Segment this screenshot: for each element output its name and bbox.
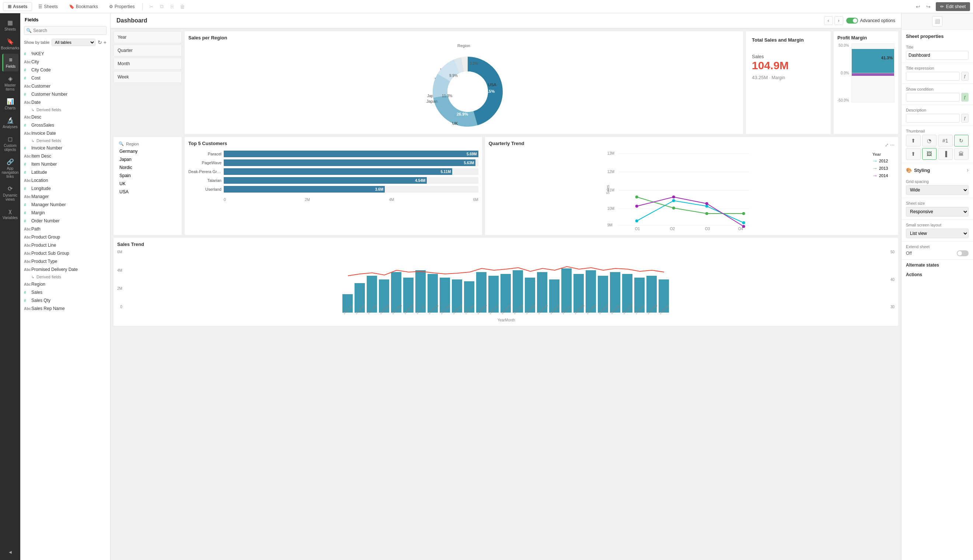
tab-bookmarks[interactable]: 🔖 Bookmarks [64,2,103,11]
sidebar-item-master-items-label: Master items [4,83,17,91]
sidebar-item-sheets[interactable]: ▦ Sheets [2,16,18,34]
next-button[interactable]: › [834,16,843,25]
field-item[interactable]: AbcSales Rep Name [20,305,110,313]
props-description-input[interactable] [906,114,960,123]
cut-button[interactable]: ✂ [147,2,156,11]
thumbnail-hash[interactable]: #1 [938,135,953,147]
field-item[interactable]: AbcInvoice Date [20,129,110,137]
field-item[interactable]: AbcProduct Sub Group [20,249,110,257]
tab-properties[interactable]: ⚙ Properties [104,2,140,11]
field-item[interactable]: #Sales Qty [20,297,110,305]
search-input[interactable] [24,26,107,35]
derived-fields-item[interactable]: ↳Derived fields [20,137,110,144]
region-usa[interactable]: USA [117,188,179,195]
field-item[interactable]: AbcManager [20,193,110,201]
advanced-options-toggle[interactable] [846,18,858,23]
undo-button[interactable]: ↩ [914,2,923,11]
thumbnail-refresh[interactable]: ↻ [954,135,969,147]
edit-sheet-button[interactable]: ✏ Edit sheet [936,2,970,11]
sidebar-collapse-button[interactable]: ◀ [2,547,18,557]
field-item[interactable]: #Longitude [20,185,110,193]
sidebar-item-custom-objects[interactable]: ◻ Custom objects [2,133,18,155]
field-item[interactable]: AbcProduct Group [20,233,110,241]
field-item[interactable]: AbcProduct Line [20,241,110,249]
thumbnail-pie[interactable]: ◔ [922,135,937,147]
delete-button[interactable]: 🗑 [178,2,187,11]
field-item[interactable]: #Item Number [20,160,110,168]
sidebar-item-charts[interactable]: 📊 Charts [2,95,18,113]
tab-sheets[interactable]: ☰ Sheets [33,2,62,11]
field-item[interactable]: #GrossSales [20,121,110,129]
props-sheet-size-select[interactable]: Responsive Fixed [906,207,969,217]
tab-assets[interactable]: ⊞ Assets [3,2,32,11]
prev-button[interactable]: ‹ [824,16,833,25]
props-show-condition-input[interactable] [906,93,960,102]
props-small-screen-select[interactable]: List view Grid view [906,228,969,238]
refresh-icon[interactable]: ↻ [98,39,102,45]
field-item[interactable]: AbcPath [20,225,110,233]
bar-row: PageWave5.63M [188,159,478,166]
filter-quarter[interactable]: Quarter [114,45,182,56]
field-item[interactable]: #Margin [20,209,110,217]
add-icon[interactable]: + [104,39,107,45]
styling-section-header[interactable]: 🎨 Styling › [901,163,973,177]
region-uk[interactable]: UK [117,180,179,187]
thumbnail-export2[interactable]: ⬆ [906,148,921,160]
props-title-expr-input[interactable] [906,72,960,81]
field-item[interactable]: #Invoice Number [20,144,110,152]
sidebar-item-fields[interactable]: ≡ Fields [2,54,18,72]
sidebar-item-dynamic-views[interactable]: ⟳ Dynamic views [2,182,18,204]
region-spain[interactable]: Spain [117,172,179,179]
region-germany[interactable]: Germany [117,148,179,155]
thumbnail-bar[interactable]: ▐ [938,148,953,160]
sidebar-item-app-nav[interactable]: 🔗 App navigation links [2,155,18,182]
field-item[interactable]: AbcDesc [20,113,110,121]
field-item[interactable]: AbcCustomer [20,82,110,90]
field-item[interactable]: AbcLocation [20,177,110,185]
panel-view-icon[interactable]: ⬜ [932,16,943,27]
field-item[interactable]: #Customer Number [20,90,110,98]
props-title-input[interactable] [906,51,969,60]
sidebar-item-analyses[interactable]: 🔬 Analyses [2,114,18,132]
extend-sheet-toggle[interactable] [957,250,969,256]
filter-month[interactable]: Month [114,58,182,70]
field-item[interactable]: #Order Number [20,217,110,225]
field-item[interactable]: AbcDate [20,98,110,107]
props-show-condition-button[interactable]: ƒ [961,93,969,102]
props-title-expr-button[interactable]: ƒ [961,72,969,81]
field-item[interactable]: #Sales [20,288,110,297]
region-japan[interactable]: Japan [117,156,179,163]
thumbnail-image[interactable]: 🖼 [922,148,937,160]
field-item[interactable]: #City Code [20,66,110,74]
more-icon[interactable]: ⋯ [890,142,894,148]
sales-per-region-chart: Sales per Region Region Spain Nordic Jap… [185,31,743,134]
sidebar-item-master-items[interactable]: ◈ Master items [2,72,18,94]
tab-properties-label: Properties [115,4,135,9]
field-item[interactable]: #Manager Number [20,201,110,209]
redo-button[interactable]: ↪ [924,2,933,11]
table-select[interactable]: All tables [52,39,95,46]
props-grid-spacing-select[interactable]: Wide Narrow None [906,185,969,195]
field-name-label: Product Sub Group [31,251,69,256]
expand-icon[interactable]: ⤢ [885,142,889,148]
derived-fields-item[interactable]: ↳Derived fields [20,107,110,113]
thumbnail-export[interactable]: ⬆ [906,135,921,147]
region-nordic[interactable]: Nordic [117,164,179,171]
derived-fields-item[interactable]: ↳Derived fields [20,273,110,280]
filter-week[interactable]: Week [114,71,182,83]
sidebar-item-bookmarks[interactable]: 🔖 Bookmarks [2,35,18,53]
field-item[interactable]: AbcItem Desc [20,152,110,160]
filter-year[interactable]: Year [114,31,182,43]
field-item[interactable]: #%KEY [20,50,110,58]
field-item[interactable]: #Latitude [20,168,110,177]
field-item[interactable]: AbcCity [20,58,110,66]
copy-button[interactable]: ⧉ [157,2,166,11]
paste-button[interactable]: ⎘ [168,2,177,11]
sidebar-item-variables[interactable]: χ Variables [2,205,18,223]
thumbnail-building[interactable]: 🏛 [954,148,969,160]
props-description-button[interactable]: ƒ [961,114,969,123]
field-item[interactable]: AbcRegion [20,280,110,288]
field-item[interactable]: #Cost [20,74,110,82]
field-item[interactable]: AbcProduct Type [20,257,110,265]
field-item[interactable]: AbcPromised Delivery Date [20,265,110,273]
